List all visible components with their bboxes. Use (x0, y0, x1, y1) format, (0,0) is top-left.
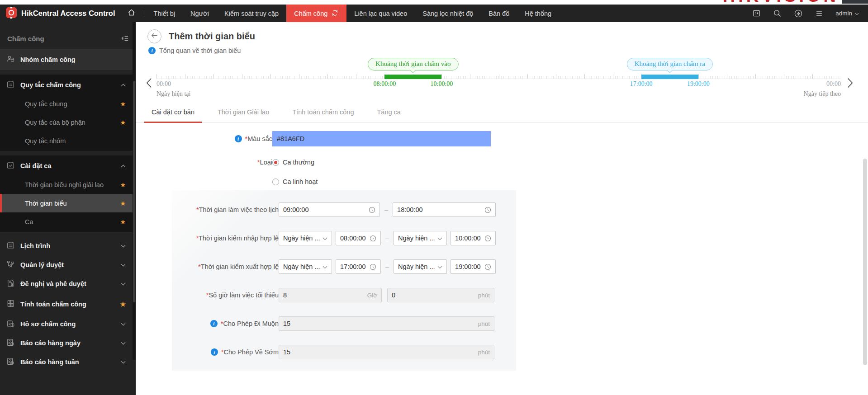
content-scrollbar-thumb[interactable] (863, 159, 867, 365)
sidebar-subitem-label: Ca (25, 218, 33, 226)
chevron-up-icon (121, 84, 126, 87)
checkout-start-day-select[interactable]: Ngày hiện ... (279, 259, 332, 274)
nav-item-ban-do[interactable]: Bản đồ (481, 5, 517, 22)
timeline-tick-08-00-00-1: 08:00:00 (373, 80, 396, 88)
chevron-down-icon (323, 263, 327, 270)
checkin-end-day-select[interactable]: Ngày hiện ... (394, 231, 447, 245)
info-icon[interactable] (148, 47, 156, 54)
sidebar-item-quy-tac-chung[interactable]: Quy tắc chung★ (0, 94, 136, 113)
check-in-range-bar[interactable] (384, 75, 441, 79)
radio-button-checked[interactable] (272, 159, 279, 166)
home-button[interactable] (121, 5, 142, 22)
checkin-start-value[interactable] (340, 235, 367, 242)
nav-item-cham-cong[interactable]: Chấm công (286, 5, 346, 22)
timeline-prev-arrow[interactable] (146, 78, 152, 90)
nav-item-thiet-bi[interactable]: Thiết bị (146, 5, 183, 22)
scheduled-end-time-input[interactable] (393, 202, 496, 217)
info-icon[interactable] (210, 320, 218, 327)
checkout-label-text: Thời gian kiểm xuất hợp lệ (201, 263, 279, 270)
sidebar-item-lich-trinh[interactable]: Lịch trình (0, 236, 136, 255)
scheduled-start-time-input[interactable] (279, 202, 380, 217)
range-dash: – (385, 263, 389, 270)
report-d-icon: D (6, 338, 15, 348)
favorite-star-icon: ★ (120, 200, 126, 207)
sidebar-item-quy-tac-nhom[interactable]: Quy tắc nhóm (0, 132, 136, 150)
checkout-start-value[interactable] (340, 263, 367, 270)
tab-cai-dat-co-ban[interactable]: Cài đặt cơ bản (151, 107, 195, 122)
info-icon[interactable] (211, 348, 218, 356)
back-button[interactable] (147, 29, 161, 43)
late-allowance-input[interactable]: phút (279, 316, 494, 331)
checkin-end-time-input[interactable] (451, 231, 496, 245)
page-title: Thêm thời gian biểu (169, 31, 255, 42)
cal-list-icon (6, 80, 15, 90)
sidebar-subitem-label: Quy tắc của bộ phận (25, 119, 85, 126)
search-icon[interactable] (773, 9, 782, 18)
tab-thoi-gian-giai-lao[interactable]: Thời gian Giải lao (217, 107, 270, 122)
nav-item-lien-lac-qua-video[interactable]: Liên lạc qua video (346, 5, 415, 22)
sidebar-item-thoi-gian-bieu[interactable]: Thời gian biểu★ (0, 194, 136, 212)
radio-label[interactable]: Ca linh hoạt (283, 178, 318, 185)
radio-label[interactable]: Ca thường (283, 159, 314, 166)
sidebar-item-bao-cao-hang-tuan[interactable]: WBáo cáo hàng tuần (0, 353, 136, 371)
user-menu[interactable]: admin (835, 10, 859, 17)
sidebar-subitem-label: Thời gian biểu (25, 200, 67, 207)
sidebar-item-label: Hồ sơ chấm công (20, 320, 76, 328)
scheduled-start-value[interactable] (283, 206, 366, 213)
checkin-start-day-select[interactable]: Ngày hiện ... (279, 231, 332, 245)
checkout-end-time-input[interactable] (451, 259, 496, 274)
min-hours-input[interactable]: Giờ (279, 288, 382, 302)
sidebar-item-de-nghi-va-phe-duyet[interactable]: Đề nghị và phê duyệt (0, 274, 136, 293)
early-allowance-input[interactable]: phút (279, 345, 494, 359)
sidebar-item-cai-dat-ca[interactable]: Cài đặt ca (0, 156, 136, 175)
clock-icon (484, 207, 491, 213)
checkin-end-value[interactable] (455, 235, 482, 242)
nav-item-nguoi[interactable]: Người (183, 5, 217, 22)
radio-button-unchecked[interactable] (272, 179, 279, 185)
collapse-sidebar-icon[interactable] (121, 34, 129, 43)
sidebar-item-quan-ly-duyet[interactable]: Quản lý duyệt (0, 255, 136, 274)
sidebar-item-quy-tac-cua-bo-phan[interactable]: Quy tắc của bộ phận★ (0, 113, 136, 132)
check-out-range-bar[interactable] (641, 75, 698, 79)
checkout-end-day-select[interactable]: Ngày hiện ... (394, 259, 447, 274)
minutes-unit: phút (478, 349, 490, 356)
min-minutes-value[interactable] (392, 292, 474, 299)
nav-item-sang-loc-nhiet-do[interactable]: Sàng lọc nhiệt độ (415, 5, 481, 22)
early-allowance-value[interactable] (283, 348, 474, 356)
download-center-icon[interactable] (752, 9, 761, 18)
tab-tang-ca[interactable]: Tăng ca (376, 107, 401, 122)
tab-tinh-toan-cham-cong[interactable]: Tính toán chấm công (291, 107, 355, 122)
nav-item-kiem-soat-truy-cap[interactable]: Kiểm soát truy cập (217, 5, 286, 22)
nav-menu: Thiết bịNgườiKiểm soát truy cậpChấm công… (146, 5, 560, 22)
late-label-text: Cho Phép Đi Muộn (223, 320, 279, 327)
sidebar-item-nhom-cham-cong[interactable]: Nhóm chấm công (0, 49, 136, 70)
timeline-tick-labels: 00:0008:00:0010:00:0017:00:0019:00:0000:… (157, 80, 841, 89)
late-allowance-value[interactable] (283, 320, 474, 327)
nav-item-he-thong[interactable]: Hệ thống (517, 5, 559, 22)
sidebar-item-ca[interactable]: Ca★ (0, 212, 136, 231)
checkout-end-value[interactable] (455, 263, 482, 270)
sync-icon (331, 9, 339, 18)
checkout-start-time-input[interactable] (336, 259, 381, 274)
check-in-badge: Khoảng thời gian chấm vào (368, 58, 458, 71)
sidebar-subitem-label: Quy tắc chung (25, 100, 67, 108)
sidebar-item-bao-cao-hang-ngay[interactable]: DBáo cáo hàng ngày (0, 334, 136, 353)
min-hours-value[interactable] (283, 292, 364, 299)
support-icon[interactable] (794, 9, 803, 18)
checkin-start-time-input[interactable] (336, 231, 381, 245)
menu-icon[interactable] (815, 9, 823, 18)
sidebar-item-thoi-gian-bieu-nghi-giai-lao[interactable]: Thời gian biểu nghỉ giải lao★ (0, 175, 136, 194)
sidebar-scroll-thumb[interactable] (133, 81, 135, 302)
scheduled-end-value[interactable] (397, 206, 482, 213)
sidebar-item-ho-so-cham-cong[interactable]: Hồ sơ chấm công (0, 315, 136, 334)
sidebar-item-tinh-toan-cham-cong[interactable]: Tính toán chấm công★ (0, 293, 136, 315)
timeline-next-arrow[interactable] (847, 78, 854, 90)
info-icon[interactable] (235, 135, 242, 142)
color-picker[interactable]: #81A6FD (272, 131, 491, 146)
sidebar-item-label: Lịch trình (20, 242, 50, 249)
sidebar-item-quy-tac-cham-cong[interactable]: Quy tắc chấm công (0, 75, 136, 94)
home-icon (127, 8, 136, 19)
radio-option-normal-shift: Ca thường (272, 159, 314, 166)
min-minutes-input[interactable]: phút (387, 288, 494, 302)
overview-row: Tổng quan về thời gian biểu (136, 47, 868, 54)
